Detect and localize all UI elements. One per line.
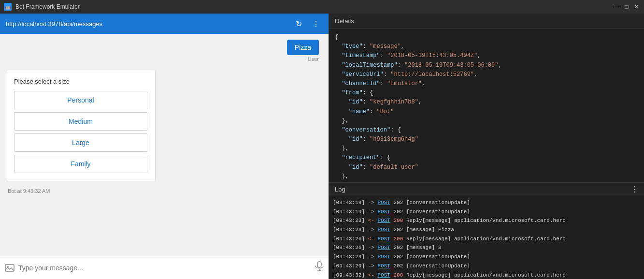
details-content[interactable]: { "type": "message", "timestamp": "2018-… xyxy=(329,29,644,182)
log-arrow: -> xyxy=(368,254,374,260)
window-title: Bot Framework Emulator xyxy=(15,3,609,10)
address-url: http://localhost:3978/api/messages xyxy=(6,20,288,28)
chat-input-bar xyxy=(0,256,329,279)
size-btn-personal[interactable]: Personal xyxy=(14,91,147,109)
log-method[interactable]: POST xyxy=(377,245,390,250)
details-section: Details { "type": "message", "timestamp"… xyxy=(329,14,644,182)
log-method[interactable]: POST xyxy=(377,236,390,242)
image-icon xyxy=(5,263,14,273)
log-header: Log ⋮ xyxy=(329,183,644,196)
log-entry: [09:43:26] <- POST 200 Reply[message] ap… xyxy=(333,235,640,244)
log-entry: [09:43:29] -> POST 202 [conversationUpda… xyxy=(333,262,640,271)
size-btn-medium[interactable]: Medium xyxy=(14,112,147,131)
bot-timestamp: Bot at 9:43:32 AM xyxy=(6,188,323,194)
log-arrow: <- xyxy=(368,218,374,223)
log-method[interactable]: POST xyxy=(377,209,390,215)
user-message-row: Pizza User xyxy=(6,40,323,62)
log-arrow: -> xyxy=(368,209,374,215)
log-method[interactable]: POST xyxy=(377,227,390,233)
user-bubble: Pizza xyxy=(287,40,319,55)
log-description: [conversationUpdate] xyxy=(406,263,470,269)
log-entry: [09:43:23] <- POST 200 Reply[message] ap… xyxy=(333,216,640,225)
log-status: 202 xyxy=(393,263,403,269)
log-method[interactable]: POST xyxy=(377,263,390,269)
log-section: Log ⋮ [09:43:19] -> POST 202 [conversati… xyxy=(329,182,644,279)
log-method[interactable]: POST xyxy=(377,218,390,223)
log-time: [09:43:23] xyxy=(333,227,365,233)
log-description: [conversationUpdate] xyxy=(406,200,470,206)
log-arrow: -> xyxy=(368,263,374,269)
chat-panel: http://localhost:3978/api/messages ↻ ⋮ P… xyxy=(0,14,329,279)
log-arrow: -> xyxy=(368,227,374,233)
log-method[interactable]: POST xyxy=(377,254,390,260)
log-description: [conversationUpdate] xyxy=(406,209,470,215)
svg-rect-2 xyxy=(317,262,321,267)
log-arrow: <- xyxy=(368,272,374,278)
image-button[interactable] xyxy=(5,263,14,273)
log-entry: [09:43:23] -> POST 202 [message] Pizza xyxy=(333,225,640,235)
main-layout: http://localhost:3978/api/messages ↻ ⋮ P… xyxy=(0,14,644,279)
log-content[interactable]: [09:43:19] -> POST 202 [conversationUpda… xyxy=(329,196,644,279)
log-description: [message] 3 xyxy=(406,245,442,250)
log-entry: [09:43:19] -> POST 202 [conversationUpda… xyxy=(333,207,640,217)
log-method[interactable]: POST xyxy=(377,272,390,278)
bot-card: Please select a size Personal Medium Lar… xyxy=(6,70,156,181)
log-title: Log xyxy=(335,186,630,193)
log-entry: [09:43:26] -> POST 202 [message] 3 xyxy=(333,243,640,252)
log-status: 202 xyxy=(393,200,403,206)
log-description: Reply[message] application/vnd.microsoft… xyxy=(406,272,566,278)
log-time: [09:43:19] xyxy=(333,200,365,206)
minimize-button[interactable]: — xyxy=(613,3,621,11)
log-arrow: <- xyxy=(368,236,374,242)
log-entry: [09:43:32] <- POST 200 Reply[message] ap… xyxy=(333,271,640,279)
address-bar: http://localhost:3978/api/messages ↻ ⋮ xyxy=(0,14,329,34)
size-prompt: Please select a size xyxy=(14,78,147,85)
log-entry: [09:43:29] -> POST 202 [conversationUpda… xyxy=(333,252,640,262)
close-button[interactable]: ✕ xyxy=(632,3,640,11)
details-header: Details xyxy=(329,14,644,29)
log-menu-button[interactable]: ⋮ xyxy=(630,185,638,194)
user-label: User xyxy=(308,56,319,62)
title-bar: 🤖 Bot Framework Emulator — □ ✕ xyxy=(0,0,644,14)
log-time: [09:43:32] xyxy=(333,272,365,278)
log-time: [09:43:26] xyxy=(333,236,365,242)
maximize-button[interactable]: □ xyxy=(623,3,630,11)
window-controls: — □ ✕ xyxy=(613,3,640,11)
log-status: 200 xyxy=(393,218,403,223)
app-icon: 🤖 xyxy=(4,3,12,11)
log-time: [09:43:29] xyxy=(333,254,365,260)
log-status: 202 xyxy=(393,227,403,233)
menu-button[interactable]: ⋮ xyxy=(309,17,323,30)
log-method[interactable]: POST xyxy=(377,200,390,206)
log-time: [09:43:19] xyxy=(333,209,365,215)
log-time: [09:43:29] xyxy=(333,263,365,269)
log-arrow: -> xyxy=(368,200,374,206)
right-panel: Details { "type": "message", "timestamp"… xyxy=(329,14,644,279)
log-status: 200 xyxy=(393,236,403,242)
size-btn-family[interactable]: Family xyxy=(14,155,147,173)
chat-area[interactable]: Pizza User Please select a size Personal… xyxy=(0,34,329,256)
log-status: 200 xyxy=(393,272,403,278)
log-description: Reply[message] application/vnd.microsoft… xyxy=(406,218,566,223)
log-description: [conversationUpdate] xyxy=(406,254,470,260)
log-entry: [09:43:19] -> POST 202 [conversationUpda… xyxy=(333,198,640,207)
log-description: [message] Pizza xyxy=(406,227,454,233)
log-status: 202 xyxy=(393,254,403,260)
message-input[interactable] xyxy=(18,264,311,272)
log-time: [09:43:23] xyxy=(333,218,365,223)
mic-button[interactable] xyxy=(315,261,324,274)
log-description: Reply[message] application/vnd.microsoft… xyxy=(406,236,566,242)
log-arrow: -> xyxy=(368,245,374,250)
refresh-button[interactable]: ↻ xyxy=(292,17,305,30)
log-status: 202 xyxy=(393,245,403,250)
log-time: [09:43:26] xyxy=(333,245,365,250)
log-status: 202 xyxy=(393,209,403,215)
mic-icon xyxy=(315,261,324,272)
svg-rect-0 xyxy=(5,264,14,271)
size-btn-large[interactable]: Large xyxy=(14,133,147,152)
